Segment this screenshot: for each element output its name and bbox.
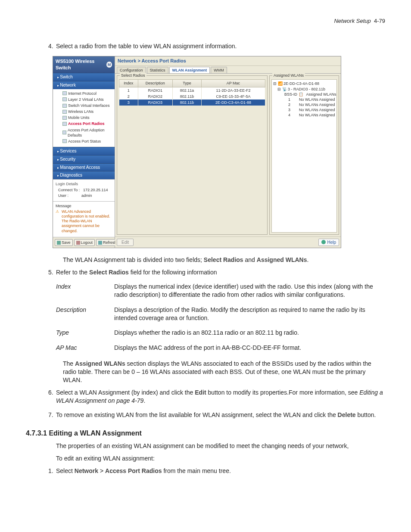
- login-details: Login Details Connect To : 172.20.25.114…: [53, 179, 115, 201]
- tree-icon: [62, 122, 67, 126]
- nav-diag[interactable]: Diagnostics: [53, 171, 115, 179]
- definition-row: DescriptionDisplays a description of the…: [56, 306, 385, 322]
- panel-footer: Edit Help: [115, 236, 341, 248]
- refresh-icon: [98, 241, 102, 245]
- assigned-tree[interactable]: ⊟ 📶 2E-DD-C3-4A-D1-88 ⊟ 📡 3 - RADIO3 - 8…: [271, 79, 337, 232]
- nav-services[interactable]: Services: [53, 147, 115, 155]
- tree-icon: [62, 97, 67, 101]
- nav-item-l2vlan[interactable]: Layer 2 Virtual LANs: [57, 96, 113, 103]
- select-radios-link: Select Radios: [204, 256, 243, 263]
- intro-paragraph: The WLAN Assignment tab is divided into …: [56, 256, 385, 264]
- nav-switch[interactable]: Switch: [53, 73, 115, 81]
- definition-desc: Displays the numerical index (device ide…: [114, 283, 385, 299]
- nav-item-svi[interactable]: Switch Virtual Interfaces: [57, 103, 113, 109]
- definition-row: TypeDisplays whether the radio is an 802…: [56, 329, 385, 337]
- nav-item-wlan[interactable]: Wireless LANs: [57, 109, 113, 115]
- table-row[interactable]: 1RADIO1802.11a11-2D-2A-33-EE-F2: [119, 87, 265, 93]
- nav-tree: Internet Protocol Layer 2 Virtual LANs S…: [53, 89, 115, 147]
- definition-desc: Displays the MAC address of the port in …: [114, 344, 385, 352]
- table-row[interactable]: 3RADIO3802.11b2E-DD-C3-4A-D1-88: [119, 100, 265, 106]
- definition-desc: Displays a description of the Radio. Mod…: [114, 306, 385, 322]
- page-header: Network Setup 4-79: [26, 17, 385, 25]
- edit-button[interactable]: Edit: [117, 239, 134, 246]
- section-heading: 4.7.3.1 Editing a WLAN Assignment: [26, 429, 385, 438]
- app-screenshot: WS5100 Wireless Switch M Switch Network …: [53, 56, 341, 248]
- assigned-wlans-link: Assigned WLANs: [257, 256, 307, 263]
- help-button[interactable]: Help: [318, 239, 339, 246]
- definition-term: Index: [56, 283, 114, 299]
- tabs: Configuration Statistics WLAN Assignment…: [115, 66, 341, 74]
- tree-icon: [62, 116, 67, 120]
- col-apmac[interactable]: AP Mac: [201, 80, 265, 87]
- save-button[interactable]: Save: [55, 239, 73, 246]
- app-title-bar: WS5100 Wireless Switch M: [53, 56, 115, 73]
- logout-button[interactable]: Logout: [74, 239, 95, 246]
- logo-icon: M: [106, 62, 112, 68]
- nav-item-mu[interactable]: Mobile Units: [57, 115, 113, 121]
- step-4: 4. Select a radio from the table to view…: [49, 42, 385, 50]
- definition-desc: Displays whether the radio is an 802.11a…: [114, 329, 385, 337]
- definition-term: Type: [56, 329, 114, 337]
- tree-icon: [62, 110, 67, 114]
- tab-wmm[interactable]: WMM: [211, 67, 227, 73]
- tree-row[interactable]: 2 No WLANs Assigned: [273, 102, 335, 107]
- app-title: WS5100 Wireless Switch: [56, 58, 106, 71]
- col-index[interactable]: Index: [119, 80, 138, 87]
- definition-term: AP Mac: [56, 344, 114, 352]
- tree-row[interactable]: 3 No WLANs Assigned: [273, 107, 335, 112]
- table-row[interactable]: 2RADIO2802.11bC9-EE-15-33-4F-5A: [119, 93, 265, 100]
- main-panel: Network > Access Port Radios Configurati…: [115, 56, 341, 248]
- sidebar: WS5100 Wireless Switch M Switch Network …: [53, 56, 115, 248]
- section-p1: The properties of an existing WLAN assig…: [56, 442, 385, 450]
- logout-icon: [76, 241, 80, 245]
- definition-list: IndexDisplays the numerical index (devic…: [56, 283, 385, 352]
- message-box: Message WLAN Advanced configuration is n…: [53, 201, 115, 237]
- radios-table: Index Description Type AP Mac 1RADIO1802…: [119, 79, 265, 106]
- step-5: 5. Refer to the Select Radios field for …: [49, 268, 385, 277]
- sidebar-buttons: Save Logout Refresh: [53, 237, 115, 248]
- breadcrumb: Network > Access Port Radios: [115, 56, 341, 66]
- col-type[interactable]: Type: [173, 80, 202, 87]
- header-page: 4-79: [374, 18, 385, 24]
- header-section: Network Setup: [334, 18, 371, 24]
- definition-row: AP MacDisplays the MAC address of the po…: [56, 344, 385, 352]
- section-p2: To edit an exiting WLAN assignment:: [56, 454, 385, 463]
- save-icon: [57, 241, 61, 245]
- tree-row[interactable]: 1 No WLANs Assigned: [273, 97, 335, 102]
- tree-icon: [62, 139, 67, 143]
- tab-configuration[interactable]: Configuration: [117, 67, 146, 73]
- content-body: 4. Select a radio from the table to view…: [26, 42, 385, 475]
- tree-icon: [62, 131, 66, 134]
- nav-security[interactable]: Security: [53, 155, 115, 163]
- step-6: 6. Select a WLAN Assignment (by index) a…: [49, 389, 385, 405]
- assigned-wlans-paragraph: The Assigned WLANs section displays the …: [56, 360, 385, 384]
- tree-icon: [62, 104, 67, 108]
- assigned-wlans-group: Assigned WLANs ⊟ 📶 2E-DD-C3-4A-D1-88 ⊟ 📡…: [269, 75, 339, 234]
- definition-row: IndexDisplays the numerical index (devic…: [56, 283, 385, 299]
- nav-item-ip[interactable]: Internet Protocol: [57, 90, 113, 96]
- tab-wlan-assignment[interactable]: WLAN Assignment: [169, 67, 210, 73]
- sec-step-1: 1. Select Network > Access Port Radios f…: [49, 467, 385, 475]
- tab-statistics[interactable]: Statistics: [147, 67, 168, 73]
- step-7: 7. To remove an existing WLAN from the l…: [49, 411, 385, 419]
- tree-row[interactable]: 4 No WLANs Assigned: [273, 112, 335, 118]
- nav-item-ap-radios[interactable]: Access Port Radios: [57, 121, 113, 127]
- col-description[interactable]: Description: [138, 80, 173, 87]
- select-radios-group: Select Radios Index Description Type AP …: [117, 75, 268, 234]
- nav-network[interactable]: Network: [53, 81, 115, 89]
- warning-message: WLAN Advanced configuration is not enabl…: [56, 208, 112, 235]
- tree-icon: [62, 91, 67, 95]
- definition-term: Description: [56, 306, 114, 322]
- nav-mgmt[interactable]: Management Access: [53, 163, 115, 171]
- nav-item-ap-status[interactable]: Access Port Status: [57, 138, 113, 144]
- nav-item-ap-adopt[interactable]: Access Port Adoption Defaults: [57, 127, 113, 138]
